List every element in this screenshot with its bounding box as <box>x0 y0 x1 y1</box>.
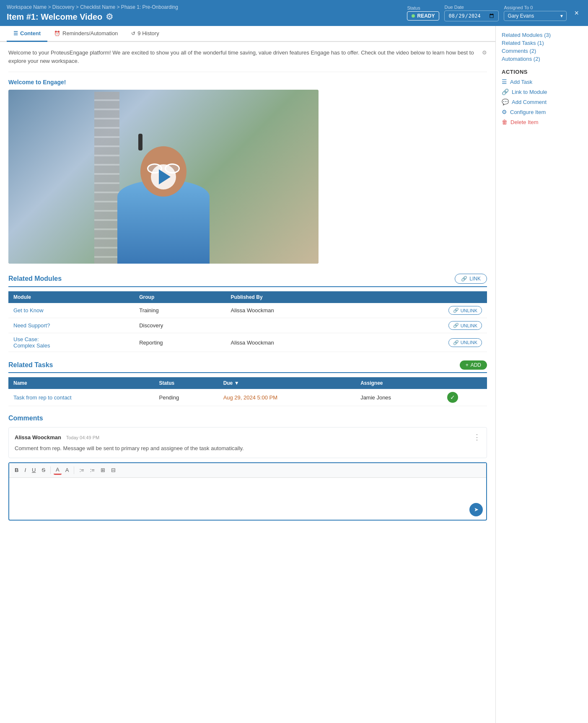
comment-author: Alissa Woockman <box>15 434 61 441</box>
bold-button[interactable]: B <box>13 466 21 474</box>
strikethrough-button[interactable]: S <box>39 466 47 474</box>
send-icon: ➤ <box>474 506 479 513</box>
unlink-icon: 🔗 <box>453 308 459 313</box>
assigned-to-value: Gary Evans <box>508 13 534 19</box>
comment-menu-button[interactable]: ⋮ <box>473 433 481 442</box>
editor-toolbar: B I U S A A := := ⊞ ⊟ <box>9 463 486 478</box>
related-modules-link-button[interactable]: 🔗 LINK <box>455 274 487 284</box>
tab-content[interactable]: ☰ Content <box>7 26 47 42</box>
comment-header: Alissa Woockman Today 04:49 PM ⋮ <box>15 433 481 442</box>
font-bg-button[interactable]: A <box>63 466 71 474</box>
comment-item: Alissa Woockman Today 04:49 PM ⋮ Comment… <box>8 427 487 458</box>
col-task-name: Name <box>8 377 154 389</box>
headset <box>138 134 142 150</box>
right-sidebar: Related Modules (3) Related Tasks (1) Co… <box>496 26 588 723</box>
sidebar-action-delete-item[interactable]: 🗑 Delete Item <box>502 119 582 125</box>
sidebar-link-related-tasks[interactable]: Related Tasks (1) <box>502 40 582 46</box>
due-date-label: Due Date <box>444 5 464 10</box>
toolbar-divider-1 <box>50 466 51 474</box>
link-icon: 🔗 <box>461 276 467 282</box>
col-task-action <box>442 377 487 389</box>
col-published-by: Published By <box>226 291 369 303</box>
plus-icon: + <box>466 362 469 368</box>
ordered-list-button[interactable]: := <box>77 466 86 474</box>
italic-button[interactable]: I <box>22 466 28 474</box>
description-text: Welcome to your ProteusEngage platform! … <box>8 49 478 65</box>
description-gear-icon[interactable]: ⚙ <box>482 49 487 57</box>
add-comment-icon: 💬 <box>502 98 509 105</box>
configure-item-icon: ⚙ <box>502 109 507 115</box>
module-published-cell: Alissa Woockman <box>226 303 369 318</box>
item-title: Item #1: Welcome Video ⚙ <box>7 12 178 22</box>
unlink-icon: 🔗 <box>453 323 459 328</box>
unordered-list-button[interactable]: := <box>88 466 97 474</box>
history-tab-icon: ↺ <box>131 31 135 36</box>
delete-item-icon: 🗑 <box>502 119 508 125</box>
configure-item-label: Configure Item <box>510 109 546 115</box>
sidebar-link-comments[interactable]: Comments (2) <box>502 48 582 54</box>
related-tasks-section: Related Tasks + ADD Name Status Due ▼ <box>8 360 487 406</box>
indent-button[interactable]: ⊞ <box>98 466 107 474</box>
due-date-field: Due Date <box>444 5 499 21</box>
content-description-block: Welcome to your ProteusEngage platform! … <box>8 49 487 72</box>
header-fields: Status READY Due Date Assigned To 0 Gary… <box>407 5 581 21</box>
actions-title: ACTIONS <box>502 69 582 75</box>
unlink-button[interactable]: 🔗 UNLINK <box>448 306 482 315</box>
related-modules-section: Related Modules 🔗 LINK Module Group Publ… <box>8 274 487 352</box>
related-modules-title: Related Modules <box>8 275 62 282</box>
add-task-label: Add Task <box>510 79 532 85</box>
status-badge[interactable]: READY <box>407 11 439 21</box>
related-tasks-header: Related Tasks + ADD <box>8 360 487 373</box>
task-complete-icon[interactable]: ✓ <box>447 392 458 403</box>
outdent-button[interactable]: ⊟ <box>109 466 118 474</box>
tab-history[interactable]: ↺ 9 History <box>124 26 166 42</box>
delete-item-label: Delete Item <box>510 119 538 125</box>
comment-time: Today 04:49 PM <box>66 435 100 440</box>
underline-button[interactable]: U <box>30 466 38 474</box>
submit-comment-button[interactable]: ➤ <box>469 503 483 516</box>
sidebar-link-automations[interactable]: Automations (2) <box>502 56 582 62</box>
tab-reminders[interactable]: ⏰ Reminders/Automation <box>47 26 124 42</box>
sidebar-action-add-comment[interactable]: 💬 Add Comment <box>502 98 582 105</box>
module-group-cell: Training <box>134 303 225 318</box>
unlink-button[interactable]: 🔗 UNLINK <box>448 338 482 347</box>
comment-editor: B I U S A A := := ⊞ ⊟ <box>8 462 487 521</box>
sidebar-action-configure-item[interactable]: ⚙ Configure Item <box>502 109 582 115</box>
col-actions <box>369 291 487 303</box>
table-row: Use Case:Complex Sales Reporting Alissa … <box>8 333 487 352</box>
breadcrumb: Workspace Name > Discovery > Checklist N… <box>7 4 178 10</box>
assigned-to-dropdown[interactable]: Gary Evans ▾ <box>504 11 567 21</box>
status-field: Status READY <box>407 5 439 21</box>
add-task-button[interactable]: + ADD <box>460 360 487 370</box>
module-action-cell: 🔗 UNLINK <box>369 333 487 352</box>
table-row: Task from rep to contact Pending Aug 29,… <box>8 389 487 406</box>
due-date-input[interactable] <box>444 10 499 21</box>
item-settings-icon[interactable]: ⚙ <box>106 12 113 22</box>
module-action-cell: 🔗 UNLINK <box>369 303 487 318</box>
comment-input[interactable] <box>9 478 486 520</box>
close-button[interactable]: × <box>572 8 581 18</box>
unlink-icon: 🔗 <box>453 340 459 345</box>
unlink-button[interactable]: 🔗 UNLINK <box>448 321 482 330</box>
main-layout: ☰ Content ⏰ Reminders/Automation ↺ 9 His… <box>0 26 588 723</box>
related-tasks-table: Name Status Due ▼ Assignee Task from rep… <box>8 377 487 406</box>
module-name-cell: Use Case:Complex Sales <box>8 333 134 352</box>
col-group: Group <box>134 291 225 303</box>
blinds-left <box>94 92 119 264</box>
comments-list: Alissa Woockman Today 04:49 PM ⋮ Comment… <box>8 427 487 458</box>
table-header-row: Module Group Published By <box>8 291 487 303</box>
sidebar-action-link-to-module[interactable]: 🔗 Link to Module <box>502 88 582 95</box>
sidebar-link-related-modules[interactable]: Related Modules (3) <box>502 32 582 38</box>
status-value: READY <box>417 13 435 19</box>
play-button[interactable] <box>151 164 176 189</box>
video-player[interactable] <box>8 90 319 264</box>
reminders-tab-icon: ⏰ <box>54 31 60 36</box>
add-comment-label: Add Comment <box>512 99 547 105</box>
add-task-icon: ☰ <box>502 78 507 85</box>
sidebar-actions-list: ☰ Add Task 🔗 Link to Module 💬 Add Commen… <box>502 78 582 125</box>
sidebar-action-add-task[interactable]: ☰ Add Task <box>502 78 582 85</box>
comments-title: Comments <box>8 415 487 422</box>
task-status-cell: Pending <box>154 389 218 406</box>
font-color-button[interactable]: A <box>54 466 62 475</box>
module-group-cell: Discovery <box>134 318 225 333</box>
